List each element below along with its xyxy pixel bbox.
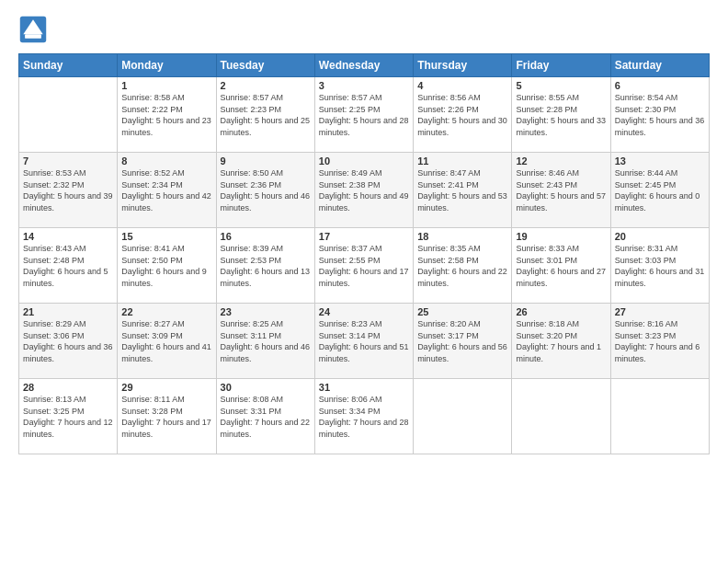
day-number: 24 xyxy=(319,306,409,317)
calendar-header-row: SundayMondayTuesdayWednesdayThursdayFrid… xyxy=(19,54,710,77)
calendar-cell: 13Sunrise: 8:44 AMSunset: 2:45 PMDayligh… xyxy=(610,153,709,228)
day-number: 23 xyxy=(221,306,311,317)
day-number: 9 xyxy=(221,155,311,167)
calendar-cell: 4Sunrise: 8:56 AMSunset: 2:26 PMDaylight… xyxy=(414,77,512,153)
calendar-cell: 27Sunrise: 8:16 AMSunset: 3:23 PMDayligh… xyxy=(610,304,709,379)
cell-info: Sunrise: 8:50 AMSunset: 2:36 PMDaylight:… xyxy=(221,167,311,213)
calendar-cell: 5Sunrise: 8:55 AMSunset: 2:28 PMDaylight… xyxy=(512,77,610,153)
calendar-cell xyxy=(414,379,512,454)
calendar-cell: 10Sunrise: 8:49 AMSunset: 2:38 PMDayligh… xyxy=(314,153,413,228)
calendar-cell: 28Sunrise: 8:13 AMSunset: 3:25 PMDayligh… xyxy=(19,379,118,454)
cell-info: Sunrise: 8:53 AMSunset: 2:32 PMDaylight:… xyxy=(23,167,113,213)
cell-info: Sunrise: 8:57 AMSunset: 2:25 PMDaylight:… xyxy=(319,92,409,138)
day-number: 26 xyxy=(516,306,606,317)
day-number: 2 xyxy=(221,80,311,91)
cell-info: Sunrise: 8:29 AMSunset: 3:06 PMDaylight:… xyxy=(23,318,113,364)
day-number: 10 xyxy=(319,155,409,167)
calendar-cell: 1Sunrise: 8:58 AMSunset: 2:22 PMDaylight… xyxy=(118,77,216,153)
cell-info: Sunrise: 8:16 AMSunset: 3:23 PMDaylight:… xyxy=(615,318,705,364)
day-number: 13 xyxy=(615,155,705,167)
day-number: 8 xyxy=(121,155,211,167)
calendar-cell: 9Sunrise: 8:50 AMSunset: 2:36 PMDaylight… xyxy=(216,153,314,228)
cell-info: Sunrise: 8:46 AMSunset: 2:43 PMDaylight:… xyxy=(516,167,606,213)
cell-info: Sunrise: 8:43 AMSunset: 2:48 PMDaylight:… xyxy=(23,243,113,289)
cell-info: Sunrise: 8:31 AMSunset: 3:03 PMDaylight:… xyxy=(615,243,705,289)
calendar-cell: 12Sunrise: 8:46 AMSunset: 2:43 PMDayligh… xyxy=(512,153,610,228)
day-number: 4 xyxy=(417,80,507,91)
calendar-cell: 3Sunrise: 8:57 AMSunset: 2:25 PMDaylight… xyxy=(314,77,413,153)
calendar-cell: 16Sunrise: 8:39 AMSunset: 2:53 PMDayligh… xyxy=(216,228,314,304)
calendar-cell: 18Sunrise: 8:35 AMSunset: 2:58 PMDayligh… xyxy=(414,228,512,304)
calendar-cell: 31Sunrise: 8:06 AMSunset: 3:34 PMDayligh… xyxy=(314,379,413,454)
cell-info: Sunrise: 8:18 AMSunset: 3:20 PMDaylight:… xyxy=(516,318,606,364)
calendar-cell xyxy=(610,379,709,454)
calendar-cell: 20Sunrise: 8:31 AMSunset: 3:03 PMDayligh… xyxy=(610,228,709,304)
cell-info: Sunrise: 8:54 AMSunset: 2:30 PMDaylight:… xyxy=(615,92,705,138)
cell-info: Sunrise: 8:23 AMSunset: 3:14 PMDaylight:… xyxy=(319,318,409,364)
calendar-cell: 22Sunrise: 8:27 AMSunset: 3:09 PMDayligh… xyxy=(118,304,216,379)
day-number: 21 xyxy=(23,306,113,317)
day-number: 31 xyxy=(319,382,409,393)
calendar-week-row: 21Sunrise: 8:29 AMSunset: 3:06 PMDayligh… xyxy=(19,304,710,379)
day-header-wednesday: Wednesday xyxy=(314,54,413,77)
svg-rect-2 xyxy=(25,34,41,38)
day-number: 7 xyxy=(23,155,113,167)
day-header-monday: Monday xyxy=(118,54,216,77)
calendar-cell: 21Sunrise: 8:29 AMSunset: 3:06 PMDayligh… xyxy=(19,304,118,379)
day-number: 22 xyxy=(121,306,211,317)
logo xyxy=(18,15,51,44)
calendar-table: SundayMondayTuesdayWednesdayThursdayFrid… xyxy=(18,53,710,454)
day-header-sunday: Sunday xyxy=(19,54,118,77)
day-number: 1 xyxy=(121,80,211,91)
calendar-week-row: 1Sunrise: 8:58 AMSunset: 2:22 PMDaylight… xyxy=(19,77,710,153)
calendar-cell: 14Sunrise: 8:43 AMSunset: 2:48 PMDayligh… xyxy=(19,228,118,304)
day-header-friday: Friday xyxy=(512,54,610,77)
calendar-cell: 26Sunrise: 8:18 AMSunset: 3:20 PMDayligh… xyxy=(512,304,610,379)
day-number: 14 xyxy=(23,231,113,242)
day-number: 29 xyxy=(121,382,211,393)
calendar-cell: 24Sunrise: 8:23 AMSunset: 3:14 PMDayligh… xyxy=(314,304,413,379)
day-header-saturday: Saturday xyxy=(610,54,709,77)
cell-info: Sunrise: 8:20 AMSunset: 3:17 PMDaylight:… xyxy=(417,318,507,364)
cell-info: Sunrise: 8:27 AMSunset: 3:09 PMDaylight:… xyxy=(121,318,211,364)
day-number: 20 xyxy=(615,231,705,242)
calendar-cell: 17Sunrise: 8:37 AMSunset: 2:55 PMDayligh… xyxy=(314,228,413,304)
cell-info: Sunrise: 8:56 AMSunset: 2:26 PMDaylight:… xyxy=(417,92,507,138)
page-header xyxy=(18,15,710,44)
day-number: 28 xyxy=(23,382,113,393)
calendar-cell: 23Sunrise: 8:25 AMSunset: 3:11 PMDayligh… xyxy=(216,304,314,379)
cell-info: Sunrise: 8:52 AMSunset: 2:34 PMDaylight:… xyxy=(121,167,211,213)
day-number: 5 xyxy=(516,80,606,91)
day-number: 11 xyxy=(417,155,507,167)
day-number: 12 xyxy=(516,155,606,167)
calendar-cell: 29Sunrise: 8:11 AMSunset: 3:28 PMDayligh… xyxy=(118,379,216,454)
cell-info: Sunrise: 8:13 AMSunset: 3:25 PMDaylight:… xyxy=(23,394,113,440)
day-number: 30 xyxy=(221,382,311,393)
calendar-week-row: 7Sunrise: 8:53 AMSunset: 2:32 PMDaylight… xyxy=(19,153,710,228)
cell-info: Sunrise: 8:49 AMSunset: 2:38 PMDaylight:… xyxy=(319,167,409,213)
cell-info: Sunrise: 8:11 AMSunset: 3:28 PMDaylight:… xyxy=(121,394,211,440)
day-number: 19 xyxy=(516,231,606,242)
day-number: 27 xyxy=(615,306,705,317)
calendar-cell xyxy=(19,77,118,153)
day-number: 6 xyxy=(615,80,705,91)
calendar-cell: 7Sunrise: 8:53 AMSunset: 2:32 PMDaylight… xyxy=(19,153,118,228)
calendar-cell: 25Sunrise: 8:20 AMSunset: 3:17 PMDayligh… xyxy=(414,304,512,379)
cell-info: Sunrise: 8:37 AMSunset: 2:55 PMDaylight:… xyxy=(319,243,409,289)
day-number: 17 xyxy=(319,231,409,242)
calendar-cell: 8Sunrise: 8:52 AMSunset: 2:34 PMDaylight… xyxy=(118,153,216,228)
cell-info: Sunrise: 8:39 AMSunset: 2:53 PMDaylight:… xyxy=(221,243,311,289)
calendar-cell: 30Sunrise: 8:08 AMSunset: 3:31 PMDayligh… xyxy=(216,379,314,454)
calendar-cell: 11Sunrise: 8:47 AMSunset: 2:41 PMDayligh… xyxy=(414,153,512,228)
day-header-thursday: Thursday xyxy=(414,54,512,77)
cell-info: Sunrise: 8:35 AMSunset: 2:58 PMDaylight:… xyxy=(417,243,507,289)
cell-info: Sunrise: 8:58 AMSunset: 2:22 PMDaylight:… xyxy=(121,92,211,138)
cell-info: Sunrise: 8:47 AMSunset: 2:41 PMDaylight:… xyxy=(417,167,507,213)
calendar-week-row: 14Sunrise: 8:43 AMSunset: 2:48 PMDayligh… xyxy=(19,228,710,304)
day-header-tuesday: Tuesday xyxy=(216,54,314,77)
day-number: 15 xyxy=(121,231,211,242)
calendar-cell: 15Sunrise: 8:41 AMSunset: 2:50 PMDayligh… xyxy=(118,228,216,304)
cell-info: Sunrise: 8:33 AMSunset: 3:01 PMDaylight:… xyxy=(516,243,606,289)
cell-info: Sunrise: 8:08 AMSunset: 3:31 PMDaylight:… xyxy=(221,394,311,440)
calendar-cell: 2Sunrise: 8:57 AMSunset: 2:23 PMDaylight… xyxy=(216,77,314,153)
